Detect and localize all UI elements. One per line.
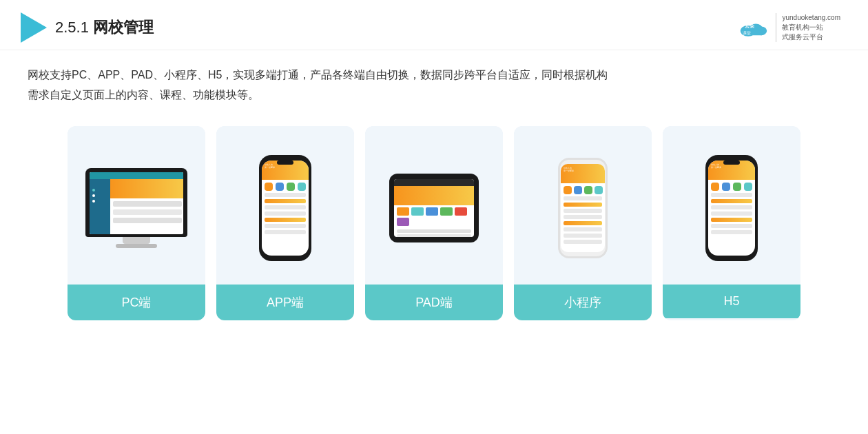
card-h5-label: H5: [663, 285, 800, 318]
description-line1: 网校支持PC、APP、PAD、小程序、H5，实现多端打通，产品各终端自由切换，数…: [28, 65, 840, 85]
description-line2: 需求自定义页面上的内容、课程、功能模块等。: [28, 85, 840, 105]
card-miniprogram-label: 小程序: [514, 285, 652, 320]
card-miniprogram-image: 创造人的第一堂AI课: [514, 126, 652, 285]
brand-logo: 云朵 课堂 yunduoketang.com 教育机构一站 式服务云平台: [737, 13, 840, 42]
phone-mockup-app: 创造人的第一堂AI课: [259, 155, 311, 261]
logo-triangle-icon: [21, 12, 47, 43]
card-pad-label: PAD端: [365, 285, 503, 320]
page: 2.5.1 网校管理 云朵 课堂 yunduoketang.com 教育机构一站…: [0, 0, 868, 434]
monitor-mockup: [85, 168, 187, 248]
card-app: 创造人的第一堂AI课: [216, 126, 354, 320]
header-left: 2.5.1 网校管理: [21, 12, 154, 43]
card-h5: 创造人的第一堂AI课: [663, 126, 800, 320]
card-pc: PC端: [68, 126, 205, 320]
tablet-mockup: [389, 174, 479, 242]
card-pc-label: PC端: [68, 285, 205, 320]
phone-mockup-h5: 创造人的第一堂AI课: [705, 155, 758, 261]
card-app-label: APP端: [216, 285, 354, 320]
card-pad-image: [365, 126, 503, 285]
phone-mockup-mini: 创造人的第一堂AI课: [558, 158, 608, 258]
cards-container: PC端 创造人的第一堂AI课: [0, 112, 868, 334]
svg-text:课堂: 课堂: [743, 31, 751, 35]
card-app-image: 创造人的第一堂AI课: [216, 126, 354, 285]
yunduoketang-icon: 云朵 课堂: [737, 15, 770, 40]
page-title: 2.5.1 网校管理: [55, 17, 154, 38]
description-block: 网校支持PC、APP、PAD、小程序、H5，实现多端打通，产品各终端自由切换，数…: [0, 50, 868, 112]
card-h5-image: 创造人的第一堂AI课: [663, 126, 800, 285]
svg-text:云朵: 云朵: [745, 23, 756, 29]
brand-text: yunduoketang.com 教育机构一站 式服务云平台: [776, 13, 840, 42]
header: 2.5.1 网校管理 云朵 课堂 yunduoketang.com 教育机构一站…: [0, 0, 868, 50]
card-pad: PAD端: [365, 126, 503, 320]
card-pc-image: [68, 126, 205, 285]
card-miniprogram: 创造人的第一堂AI课: [514, 126, 652, 320]
